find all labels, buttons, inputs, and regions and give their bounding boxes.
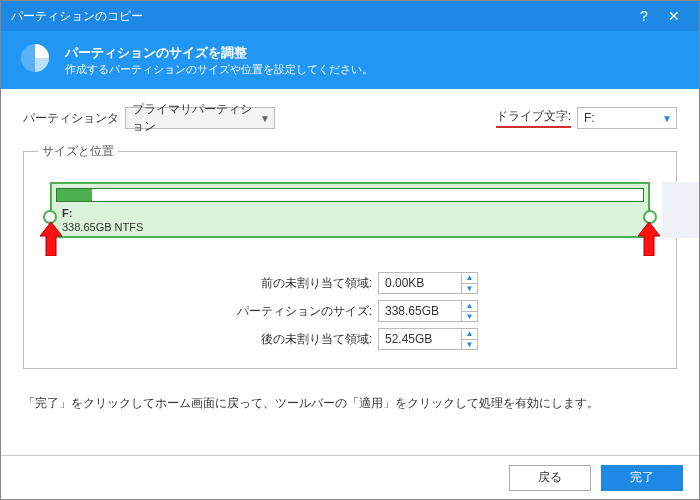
unalloc-after-value: 52.45GB (385, 332, 432, 346)
partition-block[interactable]: F: 338.65GB NTFS (50, 182, 650, 238)
step-down-icon[interactable]: ▼ (462, 312, 477, 322)
step-down-icon[interactable]: ▼ (462, 340, 477, 350)
unalloc-before-value: 0.00KB (385, 276, 424, 290)
titlebar: パーティションのコピー ? ✕ (1, 1, 699, 31)
close-icon[interactable]: ✕ (659, 8, 689, 24)
fieldset-legend: サイズと位置 (38, 143, 118, 160)
step-up-icon[interactable]: ▲ (462, 329, 477, 340)
partition-size-input[interactable]: 338.65GB ▲▼ (378, 300, 478, 322)
partition-type-select[interactable]: プライマリパーティション ▼ (125, 107, 275, 129)
usage-track (56, 188, 644, 202)
header: パーティションのサイズを調整 作成するパーティションのサイズや位置を設定してくだ… (1, 31, 699, 89)
partition-size-label: パーティションのサイズ: (222, 303, 372, 320)
drive-letter-value: F: (584, 111, 595, 125)
unalloc-after-input[interactable]: 52.45GB ▲▼ (378, 328, 478, 350)
window-title: パーティションのコピー (11, 8, 629, 25)
partition-pie-icon (19, 42, 51, 78)
help-icon[interactable]: ? (629, 8, 659, 24)
chevron-down-icon: ▼ (260, 113, 270, 124)
size-position-fieldset: サイズと位置 F: 338.65GB NTFS (23, 143, 677, 369)
bar-info: 338.65GB NTFS (62, 220, 143, 234)
drive-letter-select[interactable]: F: ▼ (577, 107, 677, 129)
drive-letter-label: ドライブ文字: (496, 108, 571, 128)
chevron-down-icon: ▼ (662, 113, 672, 124)
finish-button[interactable]: 完了 (601, 465, 683, 491)
partition-type-value: プライマリパーティション (132, 101, 252, 135)
step-up-icon[interactable]: ▲ (462, 301, 477, 312)
arrow-up-icon (638, 222, 660, 256)
partition-bar: F: 338.65GB NTFS (38, 182, 662, 254)
hint-text: 「完了」をクリックしてホーム画面に戻って、ツールバーの「適用」をクリックして処理… (23, 395, 677, 412)
usage-fill (57, 189, 92, 201)
unallocated-tail (662, 182, 700, 238)
unalloc-before-label: 前の未割り当て領域: (222, 275, 372, 292)
arrow-up-icon (40, 222, 62, 256)
back-button[interactable]: 戻る (509, 465, 591, 491)
unalloc-before-input[interactable]: 0.00KB ▲▼ (378, 272, 478, 294)
step-down-icon[interactable]: ▼ (462, 284, 477, 294)
bar-drive: F: (62, 206, 143, 220)
partition-type-label: パーティションタ (23, 110, 119, 127)
step-up-icon[interactable]: ▲ (462, 273, 477, 284)
header-subtitle: 作成するパーティションのサイズや位置を設定してください。 (65, 62, 373, 77)
unalloc-after-label: 後の未割り当て領域: (222, 331, 372, 348)
header-title: パーティションのサイズを調整 (65, 44, 373, 62)
partition-size-value: 338.65GB (385, 304, 439, 318)
footer: 戻る 完了 (1, 455, 699, 499)
